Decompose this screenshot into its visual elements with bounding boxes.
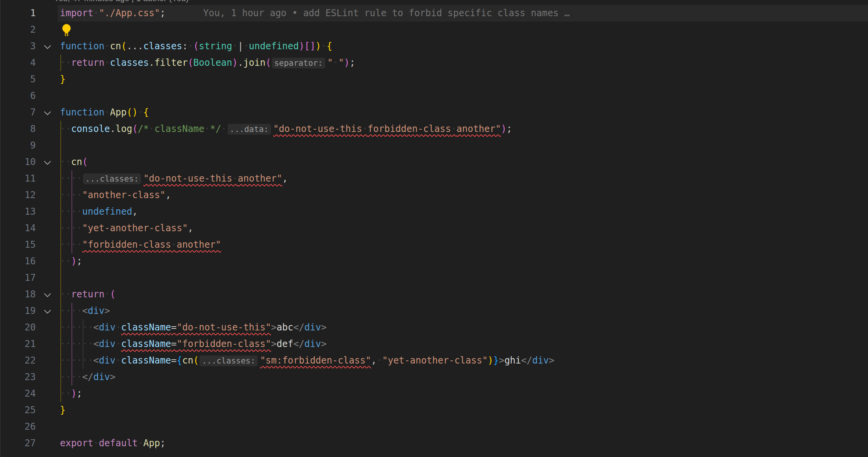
- line-number[interactable]: 12: [0, 187, 36, 203]
- chevron-down-icon[interactable]: [44, 158, 51, 165]
- code-token: >: [271, 339, 276, 349]
- line-number[interactable]: 1: [0, 5, 36, 22]
- inlay-hint[interactable]: ...classes:: [200, 355, 258, 366]
- code-line[interactable]: 1import·"./App.css";You, 1 hour ago • ad…: [0, 5, 868, 22]
- line-number[interactable]: 27: [0, 435, 36, 452]
- code-line[interactable]: 22······<div·className={cn(...classes:"s…: [0, 352, 868, 369]
- whitespace-dot: ·: [65, 305, 71, 316]
- inlay-hint[interactable]: separator:: [272, 58, 325, 68]
- whitespace-dot: ·: [71, 206, 76, 217]
- chevron-down-icon[interactable]: [44, 108, 51, 115]
- code-text: ··);: [60, 253, 82, 270]
- whitespace-dot: ·: [321, 41, 326, 52]
- line-number[interactable]: 11: [0, 170, 36, 187]
- line-number[interactable]: 24: [0, 385, 36, 402]
- code-line[interactable]: 2: [0, 22, 868, 38]
- whitespace-dot: ·: [105, 41, 110, 52]
- code-line[interactable]: 25}: [0, 402, 868, 419]
- code-line[interactable]: 16··);: [0, 253, 868, 270]
- code-line[interactable]: 13····undefined,: [0, 203, 868, 220]
- codelens-blame[interactable]: You, 47 minutes ago | 1 author (You): [54, 0, 189, 4]
- line-number[interactable]: 8: [0, 121, 36, 137]
- code-line[interactable]: 8··console.log(/*·className·*/·...data:"…: [0, 121, 868, 137]
- line-number[interactable]: 4: [0, 55, 36, 71]
- code-line[interactable]: 14····"yet-another-class",: [0, 220, 868, 237]
- inlay-hint[interactable]: ...classes:: [83, 173, 141, 184]
- inlay-hint[interactable]: ...data:: [228, 124, 271, 135]
- code-line[interactable]: 10··cn(: [0, 154, 868, 170]
- line-number[interactable]: 9: [0, 137, 36, 154]
- line-number[interactable]: 5: [0, 71, 36, 88]
- code-line[interactable]: 6: [0, 88, 868, 104]
- whitespace-dot: ·: [82, 355, 88, 366]
- line-number[interactable]: 13: [0, 203, 36, 220]
- inline-blame: You, 1 hour ago • add ESLint rule to for…: [203, 8, 570, 18]
- chevron-down-icon[interactable]: [44, 307, 51, 314]
- code-line[interactable]: 18··return·(: [0, 286, 868, 303]
- code-line[interactable]: 19····<div>: [0, 303, 868, 319]
- line-number[interactable]: 20: [0, 319, 36, 336]
- line-number[interactable]: 19: [0, 303, 36, 319]
- code-line[interactable]: 21······<div·className="forbidden-class"…: [0, 336, 868, 352]
- code-token: "·": [328, 57, 344, 68]
- whitespace-dot: ·: [232, 41, 238, 52]
- whitespace-dot: ·: [105, 57, 110, 68]
- whitespace-dot: ·: [76, 339, 82, 349]
- code-text: ··cn(: [60, 154, 88, 170]
- code-text: function·cn(...classes:·(string·|·undefi…: [60, 38, 332, 55]
- code-token: >: [321, 339, 326, 349]
- code-line[interactable]: 9: [0, 137, 868, 154]
- code-line[interactable]: 26: [0, 419, 868, 435]
- code-token: div: [304, 339, 321, 349]
- code-line[interactable]: 27export·default·App;: [0, 435, 868, 452]
- code-token: ,: [371, 355, 376, 366]
- code-token: ·: [188, 41, 193, 52]
- code-line[interactable]: 11····...classes:"do-not-use-this·anothe…: [0, 170, 868, 187]
- whitespace-dot: ·: [71, 339, 76, 349]
- line-number[interactable]: 25: [0, 402, 36, 419]
- code-token: ··: [60, 289, 71, 300]
- code-line[interactable]: 24··);: [0, 385, 868, 402]
- code-line[interactable]: 15····"forbidden-class·another": [0, 237, 868, 253]
- line-number[interactable]: 7: [0, 104, 36, 121]
- whitespace-dot: ·: [71, 372, 76, 382]
- code-line[interactable]: 17: [0, 270, 868, 286]
- line-number[interactable]: 22: [0, 352, 36, 369]
- code-line[interactable]: 4··return·classes.filter(Boolean).join(s…: [0, 55, 868, 71]
- line-number[interactable]: 3: [0, 38, 36, 55]
- whitespace-dot: ·: [171, 239, 176, 250]
- code-token: "sm:forbidden-class": [260, 355, 371, 366]
- code-line[interactable]: 3function·cn(...classes:·(string·|·undef…: [0, 38, 868, 55]
- code-line[interactable]: 7function·App()·{: [0, 104, 868, 121]
- line-number[interactable]: 6: [0, 88, 36, 104]
- whitespace-dot: ·: [60, 372, 65, 382]
- line-number[interactable]: 21: [0, 336, 36, 352]
- line-number[interactable]: 17: [0, 270, 36, 286]
- line-number[interactable]: 15: [0, 237, 36, 253]
- line-number[interactable]: 18: [0, 286, 36, 303]
- whitespace-dot: ·: [65, 256, 71, 267]
- code-editor[interactable]: You, 47 minutes ago | 1 author (You) 1im…: [0, 0, 868, 457]
- code-line[interactable]: 23····</div>: [0, 369, 868, 385]
- whitespace-dot: ·: [65, 339, 71, 349]
- chevron-down-icon[interactable]: [44, 42, 51, 49]
- line-number[interactable]: 23: [0, 369, 36, 385]
- code-token: "yet-another-class": [82, 223, 188, 234]
- code-token: ·: [321, 41, 326, 52]
- code-line[interactable]: 12····"another-class",: [0, 187, 868, 203]
- code-token: .: [110, 123, 115, 134]
- line-number[interactable]: 2: [0, 22, 36, 38]
- code-line[interactable]: 20······<div·className="do-not-use-this"…: [0, 319, 868, 336]
- code-token: export: [60, 438, 93, 449]
- line-number[interactable]: 10: [0, 154, 36, 170]
- line-number[interactable]: 14: [0, 220, 36, 237]
- code-text: ······<div·className="do-not-use-this">a…: [60, 319, 327, 336]
- whitespace-dot: ·: [105, 289, 110, 300]
- code-token: ;: [76, 388, 82, 399]
- code-line[interactable]: 5}: [0, 71, 868, 88]
- code-token: ··: [60, 157, 71, 167]
- whitespace-dot: ·: [60, 289, 65, 300]
- line-number[interactable]: 26: [0, 419, 36, 435]
- line-number[interactable]: 16: [0, 253, 36, 270]
- chevron-down-icon[interactable]: [44, 290, 51, 297]
